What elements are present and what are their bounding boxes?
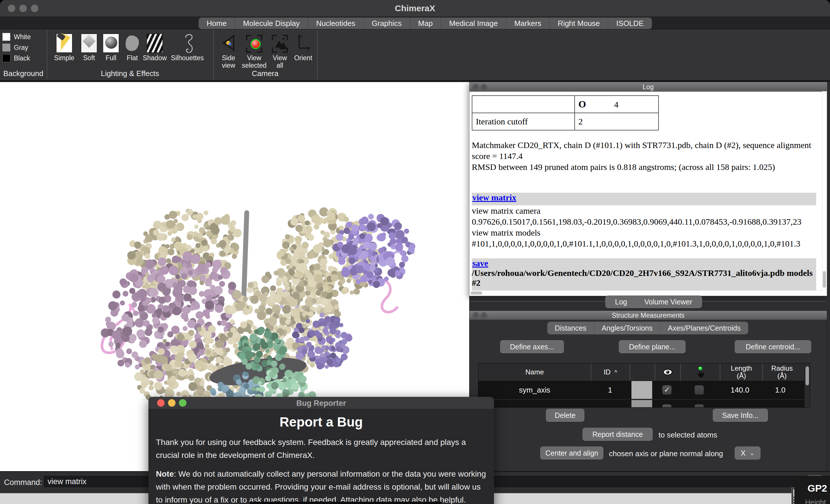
column-id[interactable]: ID ^ xyxy=(591,364,630,381)
column-color[interactable] xyxy=(630,364,655,381)
flat-silhouette-icon xyxy=(124,34,140,53)
structure-measurements-title: Structure Measurements xyxy=(470,312,827,320)
tab-graphics[interactable]: Graphics xyxy=(364,18,410,29)
axis-color-swatch[interactable] xyxy=(632,381,652,399)
measurement-tab-group: Distances Angles/Torsions Axes/Planes/Ce… xyxy=(547,322,748,334)
chimerax-window: ChimeraX Home Molecule Display Nucleotid… xyxy=(0,0,830,504)
save-info-button[interactable]: Save Info... xyxy=(713,409,768,422)
side-view-icon xyxy=(220,34,236,53)
save-command-band: save /Users/rohoua/work/Genentech/CD20/C… xyxy=(472,258,816,291)
view-all-icon xyxy=(272,34,288,53)
tab-distances[interactable]: Distances xyxy=(547,322,594,334)
orient-button[interactable]: yx Orient xyxy=(292,34,315,62)
view-all-button[interactable]: View all xyxy=(267,34,292,69)
tab-isolde[interactable]: ISOLDE xyxy=(608,18,651,29)
shown-checkbox[interactable]: ✓ xyxy=(662,385,671,395)
dock-tab-volume-viewer[interactable]: Volume Viewer xyxy=(637,298,700,306)
lighting-simple-button[interactable]: Simple xyxy=(51,34,77,62)
define-axes-button[interactable]: Define axes... xyxy=(500,340,564,354)
lighting-flat-button[interactable]: Flat xyxy=(119,34,145,62)
camera-section-label: Camera xyxy=(213,69,317,78)
column-select[interactable] xyxy=(681,364,720,381)
bug-form-field[interactable] xyxy=(250,502,441,504)
tab-home[interactable]: Home xyxy=(198,18,235,29)
axis-length: 140.0 xyxy=(719,381,761,399)
select-checkbox[interactable] xyxy=(695,385,704,395)
svg-text:y: y xyxy=(301,35,302,39)
axes-table: Name ID ^ L xyxy=(478,363,810,407)
define-centroid-button[interactable]: Define centroid... xyxy=(735,340,811,354)
axis-name: sym_axis xyxy=(478,381,591,399)
lighting-section: Simple Soft Full Flat Shadow xyxy=(47,30,214,79)
view-matrix-models-values: #101,1,0,0,0,0,1,0,0,0,0,1,0,#101.1,1,0,… xyxy=(472,239,800,248)
delete-button[interactable]: Delete xyxy=(546,409,584,422)
view-matrix-link[interactable]: view matrix xyxy=(472,193,516,202)
structure-measurements-titlebar: ✕ ⧉ Structure Measurements xyxy=(470,311,827,320)
bug-reporter-dialog: Bug Reporter Report a Bug Thank you for … xyxy=(149,397,494,504)
tab-nucleotides[interactable]: Nucleotides xyxy=(308,18,364,29)
tab-markers[interactable]: Markers xyxy=(506,18,550,29)
view-matrix-camera-values: 0.97626,0.15017,0.1561,198.03,-0.2019,0.… xyxy=(472,217,801,227)
window-titlebar: ChimeraX xyxy=(0,0,830,17)
bug-reporter-titlebar: Bug Reporter xyxy=(149,397,494,409)
column-shown[interactable] xyxy=(655,364,681,381)
define-plane-button[interactable]: Define plane... xyxy=(619,340,685,354)
column-name[interactable]: Name xyxy=(478,364,591,381)
report-distance-suffix: to selected atoms xyxy=(659,431,717,439)
lighting-shadow-button[interactable]: Shadow xyxy=(142,34,168,62)
lighting-silhouettes-button[interactable]: Silhouettes xyxy=(170,34,204,62)
tab-medical-image[interactable]: Medical Image xyxy=(441,18,506,29)
tab-right-mouse[interactable]: Right Mouse xyxy=(550,18,608,29)
eye-icon xyxy=(663,369,673,375)
home-toolbar: White Gray Black Background Simple Soft xyxy=(0,30,830,81)
save-link[interactable]: save xyxy=(472,258,488,268)
tab-angles-torsions[interactable]: Angles/Torsions xyxy=(594,322,660,334)
axis-dropdown[interactable]: X ⌄ xyxy=(735,446,761,460)
lighting-section-label: Lighting & Effects xyxy=(47,69,213,78)
svg-text:x: x xyxy=(307,49,309,53)
log-titlebar: ✕ ⧉ Log xyxy=(470,82,827,92)
tab-molecule-display[interactable]: Molecule Display xyxy=(235,18,308,29)
iteration-cutoff-value: 2 xyxy=(575,113,659,130)
log-panel: ✕ ⧉ Log O 4 Iteration cutoff 2 Match xyxy=(469,82,827,296)
view-selected-icon xyxy=(246,34,262,53)
gpu-height-label: Height xyxy=(794,498,826,504)
table-row-partial[interactable] xyxy=(478,399,810,407)
spotlight-icon xyxy=(56,34,72,53)
background-black-button[interactable]: Black xyxy=(2,54,47,62)
structure-measurements-panel: ✕ ⧉ Structure Measurements Distances Ang… xyxy=(469,310,827,472)
background-white-button[interactable]: White xyxy=(2,33,47,41)
column-length[interactable]: Length(Å) xyxy=(720,364,763,381)
background-section-label: Background xyxy=(0,69,47,78)
hand-pointer-icon xyxy=(697,366,704,378)
table-vertical-scrollbar[interactable] xyxy=(804,364,810,407)
shadow-photo-icon xyxy=(147,34,163,53)
iteration-cutoff-label: Iteration cutoff xyxy=(472,113,575,130)
log-horizontal-scrollbar[interactable] xyxy=(470,290,822,296)
axis-radius: 1.0 xyxy=(761,381,799,399)
camera-section: Side view View selected xyxy=(213,30,318,79)
white-swatch-icon xyxy=(2,33,10,41)
gray-swatch-icon xyxy=(2,43,10,52)
column-radius[interactable]: Radius(Å) xyxy=(763,364,801,381)
matchmaker-result-text: Matchmaker CD20_RTX, chain D (#101.1) wi… xyxy=(472,140,815,172)
tab-map[interactable]: Map xyxy=(410,18,441,29)
background-gray-button[interactable]: Gray xyxy=(2,43,47,52)
table-row[interactable]: sym_axis 1 ✓ 140.0 1.0 xyxy=(478,381,810,399)
view-selected-button[interactable]: View selected xyxy=(241,34,267,69)
full-light-sphere-icon xyxy=(103,34,119,53)
log-vertical-scrollbar[interactable] xyxy=(822,91,827,291)
view-matrix-camera-label: view matrix camera xyxy=(472,206,540,216)
log-title: Log xyxy=(470,83,827,91)
tab-axes-planes-centroids[interactable]: Axes/Planes/Centroids xyxy=(660,322,748,334)
chevron-down-icon: ⌄ xyxy=(749,449,755,457)
orient-axes-icon: yx xyxy=(295,34,311,53)
report-distance-button[interactable]: Report distance xyxy=(582,428,653,441)
center-align-button[interactable]: Center and align xyxy=(540,446,604,460)
side-view-button[interactable]: Side view xyxy=(216,34,241,69)
dock-tab-group: Log Volume Viewer xyxy=(605,296,702,308)
table-col-o: O xyxy=(578,99,586,109)
background-section: White Gray Black Background xyxy=(0,30,47,79)
dock-tab-log[interactable]: Log xyxy=(608,298,635,306)
black-swatch-icon xyxy=(2,54,10,62)
